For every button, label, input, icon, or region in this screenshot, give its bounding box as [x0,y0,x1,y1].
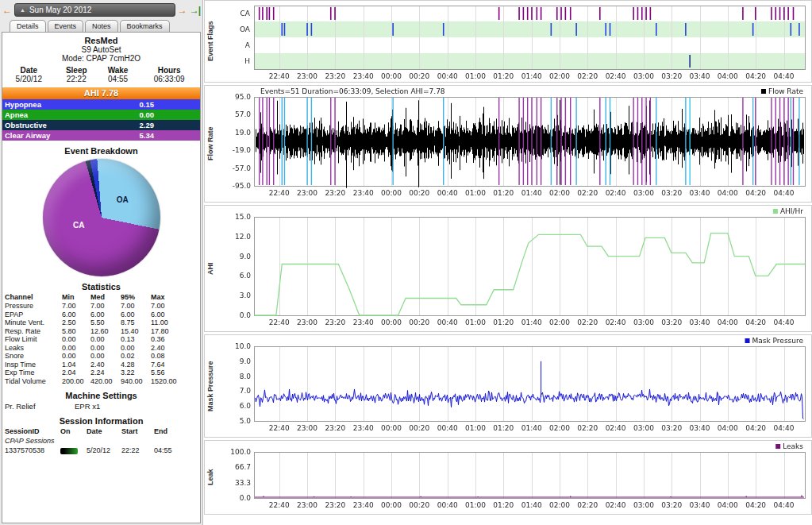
stats-value: 0.13 [118,335,148,344]
session-header: Start [119,427,152,436]
stats-value: 2.50 [60,318,88,327]
flow-rate-axis-label: Flow Rate [205,86,216,202]
ahi-row-label: Apnea [5,110,28,119]
stats-value: 2.40 [88,361,118,369]
stats-value: 7.00 [88,302,118,311]
session-row[interactable]: 13375705385/20/1222:2204:55 [2,446,200,455]
ahi-row-label: Hypopnea [5,100,41,109]
stats-value: 2.40 [148,344,200,353]
leak-panel: Leak [204,440,812,515]
stats-header: Med [88,293,118,302]
stats-channel: Pressure [2,302,60,311]
stats-value: 4.28 [118,361,148,369]
stats-value: 5.50 [88,318,118,327]
ahi-row-label: Clear Airway [5,131,50,140]
stats-header: 95% [118,293,148,302]
sidebar-tabs: Details Events Notes Bookmarks [0,17,202,32]
summary-value-hours: 06:33:09 [138,75,200,83]
session-header: End [152,427,200,436]
next-day-button[interactable]: → [178,4,187,17]
mask-pressure-panel: Mask Pressure [204,334,812,438]
sidebar: ← ▲ Sun May 20 2012 → →| Details Events … [0,0,203,525]
stats-value: 0.00 [88,352,118,361]
mask-pressure-axis-label: Mask Pressure [205,335,216,437]
machine-settings-row: Pr. Relief EPR x1 [2,402,200,411]
ahi-banner: AHI 7.78 [2,87,200,99]
summary-header-hours: Hours [138,66,200,75]
event-breakdown-container: CA OA [43,159,160,276]
stats-channel: Leaks [2,344,60,353]
stats-value: 6.00 [60,311,88,319]
stats-channel: Insp Time [2,361,60,369]
stats-channel: Exp Time [2,369,60,377]
ahi-row-value: 0.00 [140,110,155,119]
stats-value: 0.00 [60,344,88,353]
stats-value: 0.02 [118,352,148,361]
tab-events[interactable]: Events [48,20,84,32]
pie-label-ca: CA [73,221,84,230]
ahi-row-label: Obstructive [5,121,47,129]
tab-details[interactable]: Details [10,20,46,32]
stats-value: 0.00 [60,335,88,344]
tab-notes[interactable]: Notes [85,20,118,32]
stats-value: 1.04 [60,361,88,369]
ahi-row-obstructive: Obstructive2.29 [2,120,200,130]
event-breakdown-pie[interactable] [43,159,160,276]
ahi-row-apnea: Apnea0.00 [2,110,200,120]
stats-value: 7.64 [148,361,200,369]
session-header: SessionID [2,427,58,436]
latest-day-button[interactable]: →| [190,4,200,17]
stats-row: Insp Time1.042.404.287.64 [2,361,200,369]
stats-header: Channel [2,293,60,302]
stats-row: Resp. Rate5.8012.6015.4017.80 [2,327,200,336]
session-id: 1337570538 [2,446,58,455]
stats-row: EPAP6.006.006.006.00 [2,311,200,319]
stats-value: 940.00 [118,377,148,386]
stats-row: Leaks0.000.000.002.40 [2,344,200,353]
stats-value: 5.80 [60,327,88,336]
pr-relief-value: EPR x1 [75,402,100,411]
stats-channel: Resp. Rate [2,327,60,336]
session-date: 5/20/12 [84,446,119,455]
leak-chart[interactable] [216,441,810,514]
stats-value: 0.00 [60,352,88,361]
date-spinner-icon[interactable]: ▲ [20,7,25,13]
summary-value-sleep: 22:22 [56,75,98,83]
summary-value-date: 5/20/12 [2,75,56,83]
stats-row: Snore0.000.000.020.08 [2,352,200,361]
stats-channel: Minute Vent. [2,318,60,327]
date-navigation: ← ▲ Sun May 20 2012 → →| [0,0,202,17]
stats-value: 11.00 [148,318,200,327]
stats-row: Minute Vent.2.505.508.7511.00 [2,318,200,327]
session-end: 04:55 [152,446,200,455]
flow-rate-chart[interactable] [216,86,810,202]
ahi-axis-label: AHI [205,206,216,331]
event-flags-panel: Event Flags [204,0,812,83]
event-flags-axis-label: Event Flags [205,1,216,82]
summary-header-date: Date [2,66,56,75]
ahi-chart[interactable] [216,206,810,331]
stats-value: 420.00 [88,377,118,386]
stats-row: Tidal Volume200.00420.00940.001520.00 [2,377,200,386]
stats-value: 2.04 [60,369,88,377]
stats-value: 8.75 [118,318,148,327]
prev-day-button[interactable]: ← [2,4,12,17]
machine-info: ResMed S9 AutoSet Mode: CPAP 7cmH2O [2,36,200,63]
stats-channel: Flow Limit [2,335,60,344]
machine-mode: Mode: CPAP 7cmH2O [2,54,200,63]
tab-bookmarks[interactable]: Bookmarks [120,20,170,32]
stats-header: Min [60,293,88,302]
stats-value: 0.00 [118,344,148,353]
stats-value: 15.40 [118,327,148,336]
event-flags-chart[interactable] [216,1,810,82]
session-info-title: Session Information [2,416,200,426]
stats-value: 2.24 [88,369,118,377]
stats-value: 7.00 [118,302,148,311]
leak-axis-label: Leak [205,441,216,514]
statistics-table: ChannelMinMed95%MaxPressure7.007.007.007… [2,293,200,385]
date-selector[interactable]: ▲ Sun May 20 2012 [14,3,175,17]
current-date-label: Sun May 20 2012 [29,6,91,14]
stats-value: 12.60 [88,327,118,336]
details-panel: ResMed S9 AutoSet Mode: CPAP 7cmH2O Date… [2,32,201,523]
mask-pressure-chart[interactable] [216,335,810,437]
